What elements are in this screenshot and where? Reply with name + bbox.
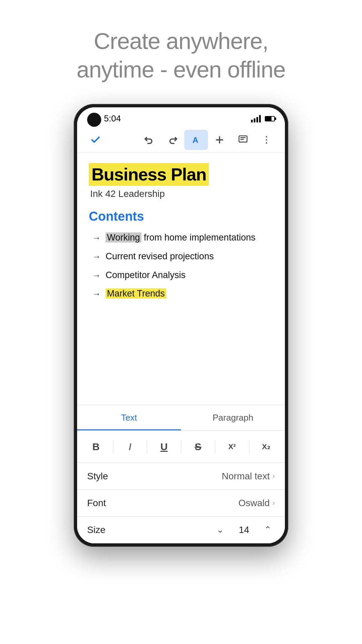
tab-paragraph[interactable]: Paragraph — [181, 405, 285, 430]
svg-rect-3 — [239, 136, 247, 142]
font-value: Oswald › — [238, 498, 275, 508]
document-subtitle: Ink 42 Leadership — [89, 189, 273, 199]
style-value: Normal text › — [222, 471, 275, 482]
comment-button[interactable] — [231, 130, 255, 150]
list-item-text: Market Trends — [106, 288, 166, 300]
font-label: Font — [87, 498, 238, 508]
chevron-right-icon: › — [273, 472, 275, 481]
svg-text:A: A — [192, 136, 198, 145]
text-format-button[interactable]: A — [184, 130, 208, 150]
phone: 5:04 — [74, 104, 288, 547]
phone-screen: 5:04 — [77, 107, 285, 543]
hero-line1: Create anywhere, — [94, 28, 268, 54]
battery-fill — [265, 117, 272, 121]
list-item: → Working from home implementations — [92, 232, 273, 244]
list-item: → Current revised projections — [92, 251, 273, 263]
document-content: Business Plan Ink 42 Leadership Contents… — [77, 153, 285, 327]
size-controls: ⌄ 14 ⌃ — [213, 521, 275, 538]
style-label: Style — [87, 471, 222, 482]
format-rows: Style Normal text › Font Oswald › — [77, 463, 285, 543]
svg-point-8 — [266, 142, 267, 144]
list-item: → Market Trends — [92, 288, 273, 300]
document-title-highlight: Business Plan — [89, 163, 209, 186]
hero-line2: anytime - even offline — [76, 57, 285, 82]
list-item-text: Competitor Analysis — [106, 269, 186, 281]
style-row[interactable]: Style Normal text › — [77, 463, 285, 490]
italic-button[interactable]: I — [121, 437, 139, 456]
underline-button[interactable]: U — [155, 437, 173, 456]
document-section-title: Contents — [89, 209, 273, 224]
camera-hole — [87, 113, 101, 127]
more-button[interactable] — [255, 130, 278, 150]
svg-point-6 — [266, 136, 267, 138]
hero-text: Create anywhere, anytime - even offline — [0, 0, 362, 97]
highlight-working: Working — [106, 232, 141, 243]
phone-wrapper: 5:04 — [0, 97, 362, 547]
superscript-button[interactable]: X² — [223, 437, 241, 456]
list-item: → Competitor Analysis — [92, 269, 273, 281]
size-label: Size — [87, 525, 213, 535]
subscript-button[interactable]: X₂ — [257, 437, 275, 456]
arrow-icon: → — [92, 270, 101, 281]
list-item-text: Working from home implementations — [106, 232, 255, 244]
strikethrough-button[interactable]: S — [189, 437, 207, 456]
check-button[interactable] — [84, 130, 107, 150]
highlight-market: Market Trends — [106, 288, 166, 299]
size-value: 14 — [237, 525, 251, 535]
divider — [181, 440, 181, 453]
arrow-icon: → — [92, 251, 101, 263]
format-panel: Text Paragraph B I U S X² — [77, 405, 285, 543]
tab-text[interactable]: Text — [77, 405, 181, 430]
document-title: Business Plan — [92, 165, 206, 184]
undo-button[interactable] — [137, 130, 161, 150]
redo-button[interactable] — [161, 130, 184, 150]
battery-icon — [265, 116, 275, 121]
font-row[interactable]: Font Oswald › — [77, 490, 285, 517]
svg-point-7 — [266, 139, 267, 141]
divider — [249, 440, 249, 453]
chevron-right-icon: › — [273, 499, 275, 507]
document-list: → Working from home implementations → Cu… — [89, 232, 273, 300]
status-time: 5:04 — [104, 113, 121, 124]
status-bar: 5:04 — [77, 107, 285, 127]
size-increase-button[interactable]: ⌃ — [261, 521, 275, 538]
status-icons — [251, 115, 275, 122]
list-item-text: Current revised projections — [106, 251, 214, 262]
signal-icon — [251, 115, 261, 122]
divider — [113, 440, 113, 453]
size-row: Size ⌄ 14 ⌃ — [77, 517, 285, 543]
divider — [215, 440, 215, 453]
format-buttons-row: B I U S X² X₂ — [77, 431, 285, 463]
divider — [147, 440, 147, 453]
arrow-icon: → — [92, 288, 101, 300]
bold-button[interactable]: B — [87, 437, 105, 456]
format-tabs: Text Paragraph — [77, 405, 285, 431]
size-decrease-button[interactable]: ⌄ — [213, 521, 227, 538]
add-button[interactable] — [208, 130, 231, 150]
arrow-icon: → — [92, 232, 101, 244]
toolbar: A — [77, 127, 285, 153]
